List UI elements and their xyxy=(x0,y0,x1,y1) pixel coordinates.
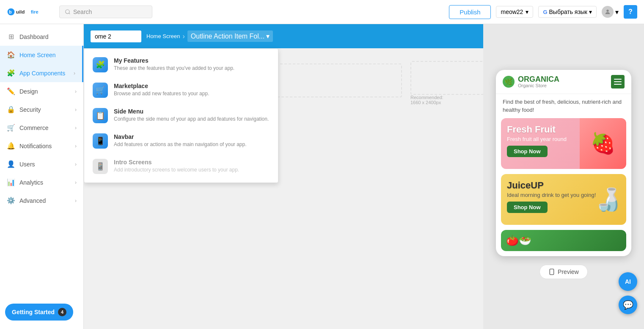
banner-juice-shop-button[interactable]: Shop Now xyxy=(507,202,548,213)
svg-rect-7 xyxy=(550,269,553,274)
svg-text:fire: fire xyxy=(31,9,39,14)
intro-screens-desc: Add introductory screens to welcome user… xyxy=(114,166,239,174)
sidebar-item-notifications[interactable]: 🔔 Notifications › xyxy=(0,137,83,155)
sidebar-label-design: Design xyxy=(19,88,38,95)
navbar-title: Navbar xyxy=(114,133,247,140)
navbar-icon: 📱 xyxy=(93,133,108,149)
sidebar-label-security: Security xyxy=(19,106,41,113)
getting-started-badge: 4 xyxy=(58,308,66,316)
marketplace-icon: 🛒 xyxy=(93,83,108,98)
navbar-desc: Add features or actions as the main navi… xyxy=(114,141,247,148)
organica-sub: Organic Store xyxy=(518,83,559,88)
user-label: meow22 xyxy=(501,8,523,15)
chat-icon: 💬 xyxy=(623,300,633,310)
user-menu[interactable]: meow22 ▾ xyxy=(496,6,533,18)
banner-fresh-subtitle: Fresh fruit all year round xyxy=(507,136,620,142)
banner-juice-title: JuiceUP xyxy=(507,180,620,191)
dropdown-item-marketplace[interactable]: 🛒 Marketplace Browse and add new feature… xyxy=(84,77,278,103)
chevron-down-icon: ▾ xyxy=(526,8,528,15)
dropdown-item-navbar[interactable]: 📱 Navbar Add features or actions as the … xyxy=(84,128,278,154)
topbar: b uild fire Search Publish meow22 ▾ G Вы… xyxy=(0,0,644,24)
ai-fab-button[interactable]: AI xyxy=(619,272,637,291)
breadcrumb: Home Screen › Outline Action Item Fol...… xyxy=(146,30,273,42)
marketplace-info: Marketplace Browse and add new features … xyxy=(114,83,209,97)
side-menu-info: Side Menu Configure the side menu of you… xyxy=(114,108,269,123)
getting-started-button[interactable]: Getting Started 4 xyxy=(5,304,73,321)
chat-fab-button[interactable]: 💬 xyxy=(619,296,637,314)
intro-screens-title: Intro Screens xyxy=(114,159,239,166)
security-icon: 🔒 xyxy=(7,105,15,113)
sidebar-label-dashboard: Dashboard xyxy=(19,33,49,40)
chevron-right-icon: › xyxy=(74,70,75,76)
breadcrumb-dropdown[interactable]: Outline Action Item Fol... ▾ xyxy=(187,30,273,42)
dropdown-item-my-features[interactable]: 🧩 My Features These are the features tha… xyxy=(84,52,278,77)
notifications-icon: 🔔 xyxy=(7,142,15,150)
sidebar-label-users: Users xyxy=(19,161,35,168)
phone-header: 🌿 ORGANICA Organic Store xyxy=(496,70,631,94)
banner-juice: JuiceUP Ideal morning drink to get you g… xyxy=(501,174,626,225)
home-screen-title-input[interactable] xyxy=(91,30,141,42)
marketplace-desc: Browse and add new features to your app. xyxy=(114,90,209,97)
sidebar: ⊞ Dashboard 🏠 Home Screen 🧩 App Componen… xyxy=(0,24,84,329)
preview-button[interactable]: Preview xyxy=(539,265,588,279)
chevron-right-icon: › xyxy=(75,88,77,94)
sidebar-label-commerce: Commerce xyxy=(19,124,48,131)
design-icon: ✏️ xyxy=(7,87,15,95)
organica-name: ORGANICA xyxy=(518,75,559,83)
sidebar-item-commerce[interactable]: 🛒 Commerce › xyxy=(0,119,83,137)
banner-fresh-content: Fresh Fruit Fresh fruit all year round S… xyxy=(501,118,626,163)
sidebar-item-analytics[interactable]: 📊 Analytics › xyxy=(0,173,83,191)
search-bar[interactable]: Search xyxy=(59,6,152,18)
my-features-icon: 🧩 xyxy=(93,57,108,72)
my-features-info: My Features These are the features that … xyxy=(114,57,234,72)
phone-mockup: 🌿 ORGANICA Organic Store Find the best o… xyxy=(496,70,631,256)
marketplace-title: Marketplace xyxy=(114,83,209,89)
leaf-icon: 🌿 xyxy=(503,76,515,88)
chevron-right-icon: › xyxy=(75,125,77,131)
side-menu-title: Side Menu xyxy=(114,108,269,115)
home-icon: 🏠 xyxy=(7,51,15,59)
dropdown-item-side-menu[interactable]: 📋 Side Menu Configure the side menu of y… xyxy=(84,103,278,128)
organica-text: ORGANICA Organic Store xyxy=(518,75,559,88)
preview-icon xyxy=(548,268,555,275)
phone-tagline: Find the best of fresh, delicious, nutri… xyxy=(496,94,631,118)
commerce-icon: 🛒 xyxy=(7,124,15,132)
dashboard-icon: ⊞ xyxy=(7,33,15,41)
publish-button[interactable]: Publish xyxy=(449,5,491,19)
chevron-right-icon: › xyxy=(75,161,77,167)
avatar xyxy=(602,6,614,18)
avatar-button[interactable]: ▾ xyxy=(602,6,619,18)
sidebar-item-home-screen[interactable]: 🏠 Home Screen xyxy=(0,46,83,64)
sidebar-label-analytics: Analytics xyxy=(19,179,43,186)
chevron-right-icon: › xyxy=(75,107,77,113)
getting-started-label: Getting Started xyxy=(12,309,55,315)
language-button[interactable]: G Выбрать язык ▾ xyxy=(538,6,597,18)
sidebar-item-design[interactable]: ✏️ Design › xyxy=(0,82,83,100)
sidebar-item-advanced[interactable]: ⚙️ Advanced › xyxy=(0,191,83,210)
sidebar-item-users[interactable]: 👤 Users › xyxy=(0,155,83,173)
sidebar-item-dashboard[interactable]: ⊞ Dashboard xyxy=(0,28,83,46)
sidebar-item-security[interactable]: 🔒 Security › xyxy=(0,100,83,119)
intro-screens-icon: 📱 xyxy=(93,159,108,174)
side-menu-icon: 📋 xyxy=(93,108,108,123)
breadcrumb-current: Outline Action Item Fol... xyxy=(191,33,264,40)
banner-veggie: 🍅🥗 xyxy=(501,230,626,251)
help-button[interactable]: ? xyxy=(624,5,637,19)
avatar-chevron-icon: ▾ xyxy=(615,8,619,16)
sidebar-item-app-components[interactable]: 🧩 App Components › xyxy=(0,64,83,82)
sidebar-label-app-components: App Components xyxy=(19,70,65,77)
svg-point-4 xyxy=(66,10,69,14)
banner-fresh-fruit: Fresh Fruit Fresh fruit all year round S… xyxy=(501,118,626,169)
search-icon xyxy=(65,9,71,15)
navbar-info: Navbar Add features or actions as the ma… xyxy=(114,133,247,148)
svg-text:uild: uild xyxy=(16,9,25,14)
google-icon: G xyxy=(543,9,547,15)
phone-menu-button[interactable] xyxy=(611,75,625,88)
logo: b uild fire xyxy=(7,6,49,18)
app-components-dropdown: 🧩 My Features These are the features tha… xyxy=(84,48,278,183)
dropdown-item-intro-screens: 📱 Intro Screens Add introductory screens… xyxy=(84,154,278,179)
sidebar-label-home-screen: Home Screen xyxy=(19,52,56,58)
chevron-right-icon: › xyxy=(75,198,77,204)
banner-fresh-shop-button[interactable]: Shop Now xyxy=(507,146,548,157)
users-icon: 👤 xyxy=(7,160,15,168)
